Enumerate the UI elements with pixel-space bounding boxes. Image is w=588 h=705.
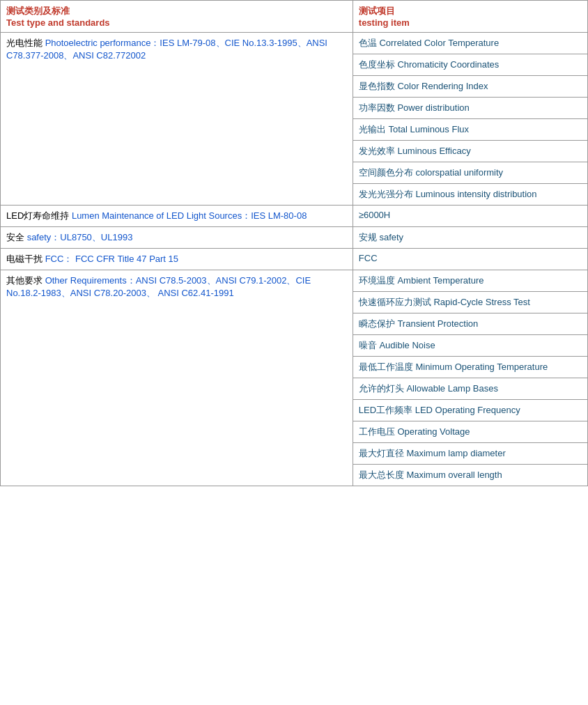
item-safety: 安规 safety <box>359 232 403 242</box>
lumen-text: LED灯寿命维持 Lumen Maintenance of LED Light … <box>6 210 307 221</box>
item-ambient-temp: 环境温度 Ambient Temperature <box>359 275 484 286</box>
header-right-cn: 测试项目 <box>359 6 395 16</box>
right-cell-power: 功率因数 Power distribution <box>353 98 587 119</box>
item-lumen-hours: ≥6000H <box>359 210 390 220</box>
right-cell-spatial: 空间颜色分布 colorspatial uniformity <box>353 162 587 184</box>
right-cell-rapid-cycle: 快速循环应力测试 Rapid-Cycle Stress Test <box>353 292 587 313</box>
safety-text: 安全 safety：UL8750、UL1993 <box>6 232 132 242</box>
item-voltage: 工作电压 Operating Voltage <box>359 426 470 437</box>
table-row: 光电性能 Photoelectric performance：IES LM-79… <box>1 33 588 54</box>
item-max-length: 最大总长度 Maximum overall length <box>359 470 502 480</box>
table-row: LED灯寿命维持 Lumen Maintenance of LED Light … <box>1 206 588 227</box>
other-text: 其他要求 Other Requirements：ANSI C78.5-2003、… <box>6 275 311 298</box>
right-cell-noise: 噪音 Audible Noise <box>353 335 587 357</box>
right-cell-efficacy: 发光效率 Luminous Efficacy <box>353 141 587 162</box>
item-power: 功率因数 Power distribution <box>359 102 470 113</box>
right-cell-lamp-bases: 允许的灯头 Allowable Lamp Bases <box>353 378 587 400</box>
right-cell-intensity: 发光光强分布 Luminous intensity distribution <box>353 184 587 206</box>
item-efficacy: 发光效率 Luminous Efficacy <box>359 146 471 156</box>
item-chromaticity: 色度坐标 Chromaticity Coordinates <box>359 59 500 70</box>
item-noise: 噪音 Audible Noise <box>359 340 435 350</box>
item-cri: 显色指数 Color Rendering Index <box>359 81 488 91</box>
right-cell-color-temp: 色温 Correlated Color Temperature <box>353 33 587 54</box>
item-intensity: 发光光强分布 Luminous intensity distribution <box>359 189 537 199</box>
item-rapid-cycle: 快速循环应力测试 Rapid-Cycle Stress Test <box>359 297 530 307</box>
left-cell-fcc: 电磁干扰 FCC： FCC CFR Title 47 Part 15 <box>1 249 353 270</box>
right-cell-ambient-temp: 环境温度 Ambient Temperature <box>353 270 587 292</box>
item-flux: 光输出 Total Luminous Flux <box>359 124 469 134</box>
item-min-temp: 最低工作温度 Minimum Operating Temperature <box>359 362 548 372</box>
right-cell-max-length: 最大总长度 Maximum overall length <box>353 465 587 486</box>
item-lamp-bases: 允许的灯头 Allowable Lamp Bases <box>359 383 498 394</box>
left-cell-photoelectric: 光电性能 Photoelectric performance：IES LM-79… <box>1 33 353 206</box>
header-row: 测试类别及标准 Test type and standards 测试项目 tes… <box>1 1 588 33</box>
table-row: 其他要求 Other Requirements：ANSI C78.5-2003、… <box>1 270 588 292</box>
header-left-en: Test type and standards <box>6 17 110 28</box>
table-row: 电磁干扰 FCC： FCC CFR Title 47 Part 15 FCC <box>1 249 588 270</box>
header-right-cell: 测试项目 testing item <box>353 1 587 33</box>
header-left-cn: 测试类别及标准 <box>6 6 70 16</box>
item-spatial: 空间颜色分布 colorspatial uniformity <box>359 167 503 178</box>
right-cell-chromaticity: 色度坐标 Chromaticity Coordinates <box>353 54 587 76</box>
right-cell-flux: 光输出 Total Luminous Flux <box>353 119 587 141</box>
right-cell-transient: 瞬态保护 Transient Protection <box>353 313 587 335</box>
item-max-diameter: 最大灯直径 Maximum lamp diameter <box>359 448 506 458</box>
header-right-en: testing item <box>359 17 410 28</box>
right-cell-min-temp: 最低工作温度 Minimum Operating Temperature <box>353 357 587 378</box>
fcc-text: 电磁干扰 FCC： FCC CFR Title 47 Part 15 <box>6 254 178 264</box>
right-cell-fcc: FCC <box>353 249 587 270</box>
main-table: 测试类别及标准 Test type and standards 测试项目 tes… <box>0 0 588 486</box>
item-fcc: FCC <box>359 253 378 263</box>
item-transient: 瞬态保护 Transient Protection <box>359 318 478 329</box>
right-cell-voltage: 工作电压 Operating Voltage <box>353 421 587 443</box>
right-cell-safety: 安规 safety <box>353 227 587 249</box>
item-color-temp: 色温 Correlated Color Temperature <box>359 38 499 48</box>
photoelectric-text: 光电性能 Photoelectric performance：IES LM-79… <box>6 38 327 61</box>
item-led-freq: LED工作频率 LED Operating Frequency <box>359 405 520 415</box>
right-cell-max-diameter: 最大灯直径 Maximum lamp diameter <box>353 443 587 465</box>
right-cell-lumen: ≥6000H <box>353 206 587 227</box>
left-cell-lumen: LED灯寿命维持 Lumen Maintenance of LED Light … <box>1 206 353 227</box>
right-cell-led-freq: LED工作频率 LED Operating Frequency <box>353 400 587 421</box>
left-cell-safety: 安全 safety：UL8750、UL1993 <box>1 227 353 249</box>
left-cell-other: 其他要求 Other Requirements：ANSI C78.5-2003、… <box>1 270 353 486</box>
right-cell-cri: 显色指数 Color Rendering Index <box>353 76 587 98</box>
header-left-cell: 测试类别及标准 Test type and standards <box>1 1 353 33</box>
table-row: 安全 safety：UL8750、UL1993 安规 safety <box>1 227 588 249</box>
